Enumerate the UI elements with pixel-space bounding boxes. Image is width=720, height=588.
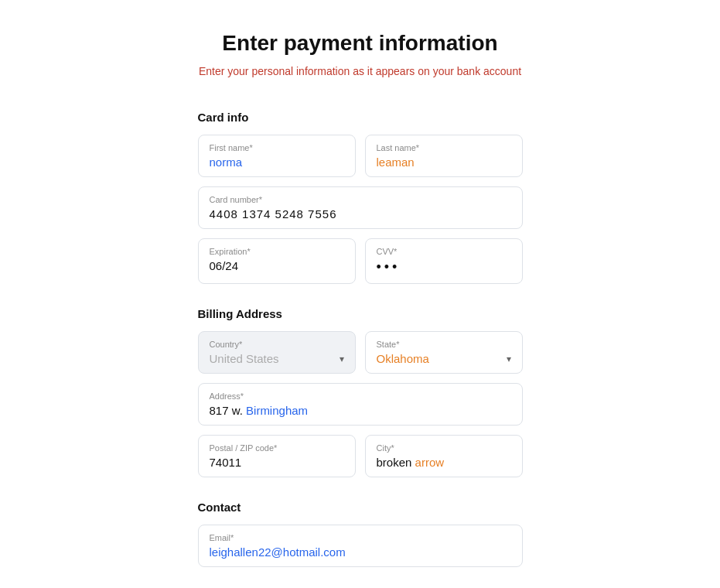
postal-label: Postal / ZIP code* (210, 443, 344, 453)
cvv-label: CVV* (377, 247, 511, 256)
email-label: Email* (210, 533, 511, 542)
country-field[interactable]: Country* United States ▾ (198, 331, 356, 374)
email-field[interactable]: Email* leighallen22@hotmail.com (198, 525, 523, 567)
email-value: leighallen22@hotmail.com (210, 545, 511, 559)
state-field[interactable]: State* Oklahoma ▾ (365, 331, 523, 374)
city-label: City* (377, 443, 511, 453)
billing-address-label: Billing Address (198, 307, 523, 320)
country-label: Country* (210, 340, 344, 349)
city-orange-part: arrow (415, 456, 445, 469)
card-info-section: Card info First name* norma Last name* l… (198, 111, 523, 284)
last-name-value: leaman (377, 156, 511, 169)
expiration-field[interactable]: Expiration* 06/24 (198, 238, 356, 284)
country-chevron-icon: ▾ (340, 354, 344, 364)
address-label: Address* (210, 391, 511, 401)
first-name-label: First name* (210, 143, 344, 152)
name-row: First name* norma Last name* leaman (198, 135, 523, 177)
cvv-value: ••• (377, 259, 511, 275)
card-number-field[interactable]: Card number* 4408 1374 5248 7556 (198, 186, 523, 229)
last-name-field[interactable]: Last name* leaman (365, 135, 523, 177)
page-subtitle: Enter your personal information as it ap… (198, 63, 523, 80)
first-name-field[interactable]: First name* norma (198, 135, 356, 177)
country-with-chevron: United States ▾ (210, 352, 344, 365)
state-with-chevron: Oklahoma ▾ (377, 352, 511, 365)
form-container: Enter payment information Enter your per… (198, 31, 523, 588)
state-value: Oklahoma (377, 352, 429, 365)
address-field[interactable]: Address* 817 w. Birmingham (198, 383, 523, 426)
country-state-row: Country* United States ▾ State* Oklahoma… (198, 331, 523, 374)
first-name-value: norma (210, 156, 344, 169)
state-label: State* (377, 340, 511, 349)
postal-field[interactable]: Postal / ZIP code* 74011 (198, 435, 356, 477)
state-chevron-icon: ▾ (507, 354, 511, 364)
card-number-value: 4408 1374 5248 7556 (210, 207, 511, 220)
card-info-label: Card info (198, 111, 523, 124)
postal-city-row: Postal / ZIP code* 74011 City* broken ar… (198, 435, 523, 477)
billing-address-section: Billing Address Country* United States ▾… (198, 307, 523, 477)
contact-section: Contact Email* leighallen22@hotmail.com (198, 501, 523, 567)
contact-label: Contact (198, 501, 523, 514)
address-value: 817 w. Birmingham (210, 404, 511, 417)
card-number-label: Card number* (210, 195, 511, 204)
cvv-field[interactable]: CVV* ••• (365, 238, 523, 284)
expiration-value: 06/24 (210, 259, 344, 272)
last-name-label: Last name* (377, 143, 511, 152)
country-value: United States (210, 352, 279, 365)
expiration-label: Expiration* (210, 247, 344, 256)
city-value: broken arrow (377, 456, 511, 469)
city-field[interactable]: City* broken arrow (365, 435, 523, 477)
postal-value: 74011 (210, 456, 344, 469)
page-title: Enter payment information (198, 31, 523, 56)
address-blue-part: Birmingham (246, 404, 308, 417)
exp-cvv-row: Expiration* 06/24 CVV* ••• (198, 238, 523, 284)
